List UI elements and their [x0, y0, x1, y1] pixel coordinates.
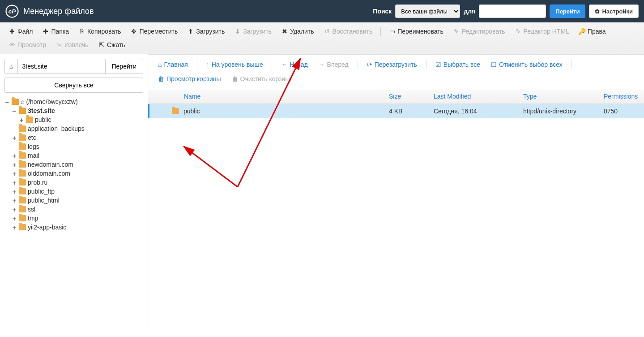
search-input[interactable]	[479, 4, 546, 18]
tree-item[interactable]: +newdomain.com	[4, 160, 143, 169]
extract-button[interactable]: ⇲Извлечь	[51, 39, 93, 51]
expander-icon[interactable]: +	[19, 117, 24, 123]
folder-icon	[19, 224, 26, 230]
expander-icon[interactable]: +	[12, 215, 17, 222]
folder-icon	[19, 170, 26, 177]
copy-button[interactable]: ⎘Копировать	[74, 25, 125, 38]
restore-button[interactable]: ↺Восстановить	[320, 25, 377, 38]
collapse-all-button[interactable]: Свернуть все	[4, 78, 143, 93]
view-button[interactable]: 👁Просмотр	[4, 39, 51, 51]
new-file-button[interactable]: ✚Файл	[4, 25, 37, 38]
settings-button[interactable]: ✿Настройки	[589, 4, 639, 18]
search-go-button[interactable]: Перейти	[550, 4, 585, 18]
ct-separator	[358, 60, 358, 69]
new-folder-button[interactable]: ✚Папка	[38, 25, 73, 38]
expander-icon[interactable]: +	[12, 170, 17, 177]
ct-empty-trash-button[interactable]: 🗑Очистить корзину	[227, 73, 297, 85]
ct-separator	[571, 60, 572, 69]
ct-separator	[426, 60, 426, 69]
col-modified-header[interactable]: Last Modified	[429, 93, 519, 100]
col-type-header[interactable]: Type	[519, 93, 599, 100]
tree-item[interactable]: +prob.ru	[4, 178, 143, 187]
topbar: cP Менеджер файлов Поиск Все ваши файлы …	[0, 0, 644, 22]
ct-up-button[interactable]: ↑На уровень выше	[202, 58, 268, 71]
compress-button[interactable]: ⇱Сжать	[94, 39, 130, 51]
folder-icon	[19, 188, 26, 194]
tree-item[interactable]: +tmp	[4, 214, 143, 223]
upload-button[interactable]: ⬆Загрузить	[183, 25, 229, 38]
tree-item-label: tmp	[28, 215, 38, 222]
edit-button[interactable]: ✎Редактировать	[449, 25, 510, 38]
tree-item[interactable]: +public_html	[4, 196, 143, 205]
tree-item[interactable]: +public	[4, 115, 143, 124]
tree-item[interactable]: +ssl	[4, 205, 143, 214]
cell-perm: 0750	[599, 108, 644, 115]
expander-icon[interactable]: +	[12, 197, 17, 204]
home-path-button[interactable]: ⌂	[4, 59, 18, 74]
cell-modified: Сегодня, 16:04	[429, 108, 519, 115]
path-go-button[interactable]: Перейти	[105, 59, 143, 74]
tree-item[interactable]: +yii2-app-basic	[4, 223, 143, 232]
delete-button[interactable]: ✖Удалить	[277, 25, 318, 38]
tree-item-label: 3test.site	[28, 107, 55, 114]
toolbar-separator	[380, 27, 381, 36]
eye-icon: 👁	[9, 42, 15, 48]
tree-item-label: public	[35, 116, 51, 123]
ct-deselect-all-button[interactable]: ☐Отменить выбор всех	[486, 58, 567, 71]
expander-icon[interactable]: +	[12, 152, 17, 159]
col-name-header[interactable]: Name	[166, 93, 384, 100]
ct-home-button[interactable]: ⌂Главная	[154, 58, 192, 71]
ct-reload-button[interactable]: ⟳Перезагрузить	[363, 58, 422, 71]
ct-forward-button[interactable]: →Вперед	[314, 58, 353, 71]
col-checkbox	[148, 93, 166, 100]
expander-icon[interactable]: −	[12, 108, 17, 114]
up-icon: ↑	[206, 61, 209, 68]
tree-item[interactable]: application_backups	[4, 124, 143, 133]
folder-icon	[19, 215, 26, 221]
main-toolbar: ✚Файл ✚Папка ⎘Копировать ✥Переместить ⬆З…	[0, 22, 644, 54]
expander-icon[interactable]: −	[4, 99, 10, 105]
content-pane: ⌂Главная ↑На уровень выше ←Назад →Вперед…	[148, 54, 644, 333]
main-area: ⌂ Перейти Свернуть все − ⌂ (/home/bwcycx…	[0, 54, 644, 333]
undo-icon: ↺	[324, 28, 330, 35]
path-input[interactable]	[18, 59, 105, 74]
expander-icon[interactable]: +	[12, 179, 17, 186]
back-icon: ←	[281, 61, 287, 68]
app-logo: cP Менеджер файлов	[5, 4, 94, 18]
permissions-button[interactable]: 🔑Права	[575, 25, 610, 38]
expander-icon[interactable]: +	[12, 134, 17, 141]
ct-view-trash-button[interactable]: 🗑Просмотр корзины	[154, 73, 226, 85]
tree-item[interactable]: −3test.site	[4, 106, 143, 115]
expander-icon[interactable]: +	[12, 188, 17, 195]
ct-back-button[interactable]: ←Назад	[277, 58, 312, 71]
tree-item[interactable]: +public_ftp	[4, 187, 143, 196]
search-scope-select[interactable]: Все ваши файлы	[395, 4, 460, 18]
table-row[interactable]: public4 KBСегодня, 16:04httpd/unix-direc…	[148, 104, 644, 118]
tree-item[interactable]: +mail	[4, 151, 143, 160]
expander-icon[interactable]: +	[12, 224, 17, 231]
uncheck-icon: ☐	[491, 61, 497, 68]
col-size-header[interactable]: Size	[384, 93, 429, 100]
home-icon: ⌂	[21, 98, 24, 105]
tree-item[interactable]: +olddomain.com	[4, 169, 143, 178]
html-editor-button[interactable]: ✎Редактор HTML	[511, 25, 574, 38]
tree-root[interactable]: − ⌂ (/home/bwcycxzw)	[4, 97, 143, 106]
table-header: Name Size Last Modified Type Permissions	[148, 89, 644, 104]
ct-select-all-button[interactable]: ☑Выбрать все	[431, 58, 485, 71]
tree-item[interactable]: +etc	[4, 133, 143, 142]
move-button[interactable]: ✥Переместить	[126, 25, 182, 38]
tree-item-label: olddomain.com	[28, 170, 70, 177]
folder-icon	[19, 179, 26, 186]
rename-button[interactable]: ▭Переименовать	[384, 25, 448, 38]
tree-item-label: yii2-app-basic	[28, 224, 66, 231]
folder-icon	[19, 197, 26, 203]
cell-type: httpd/unix-directory	[519, 108, 599, 115]
ct-separator	[272, 60, 272, 69]
download-button[interactable]: ⬇Загрузить	[230, 25, 276, 38]
expander-icon[interactable]: +	[12, 161, 17, 168]
tree-item[interactable]: logs	[4, 142, 143, 151]
folder-icon	[12, 99, 19, 105]
for-label: для	[464, 8, 475, 15]
expander-icon[interactable]: +	[12, 206, 17, 213]
col-perm-header[interactable]: Permissions	[599, 93, 644, 100]
